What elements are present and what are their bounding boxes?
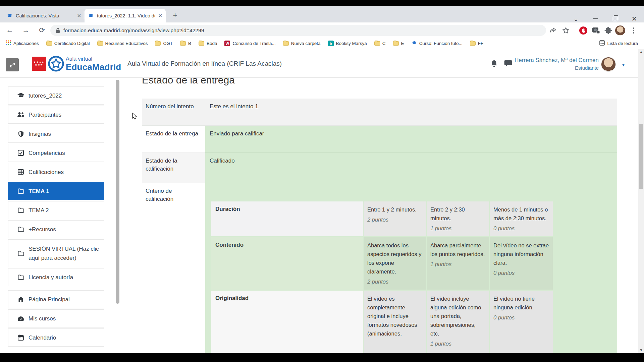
- rubric-level[interactable]: El vídeo incluye alguna edición como una…: [427, 291, 489, 353]
- scroll-down-arrow-icon[interactable]: ▼: [638, 348, 644, 353]
- row-value: Enviado para calificar: [205, 126, 617, 153]
- folder-icon: [155, 41, 161, 46]
- grades-table-icon: [17, 169, 24, 175]
- bookmark-folder[interactable]: Boda: [197, 40, 219, 47]
- scroll-up-arrow-icon[interactable]: ▲: [638, 49, 644, 55]
- url-text: formacion.educa.madrid.org/mod/assign/vi…: [63, 27, 204, 34]
- bookmark-concurso[interactable]: WConcurso de Trasla...: [222, 40, 277, 47]
- bookmark-star-icon[interactable]: [560, 25, 572, 36]
- drawer-scrollbar[interactable]: [116, 80, 119, 304]
- sidebar-group-gap: [8, 287, 104, 290]
- sidebar-item-tema-1[interactable]: TEMA 1: [8, 182, 104, 200]
- rubric-level[interactable]: El vídeo no tiene ninguna edición. 0 pun…: [490, 291, 553, 353]
- educamadrid-emblem-icon[interactable]: [48, 56, 64, 73]
- rubric-level[interactable]: Abarca parcialmente los puntos requerido…: [427, 237, 489, 290]
- sidebar-item-course[interactable]: tutores_2022: [8, 86, 104, 105]
- bookmark-folder[interactable]: FF: [468, 40, 486, 47]
- sidebar-item-recursos[interactable]: +Recursos: [8, 220, 104, 238]
- bookmark-label: Boda: [207, 41, 217, 46]
- bookmark-folder[interactable]: Certificado Digital: [44, 40, 92, 47]
- sidebar-item-label: Página Principal: [29, 296, 70, 303]
- sidebar-item-sesion-virtual[interactable]: SESIÓN VIRTUAL (Haz clic aquí para acced…: [8, 239, 104, 267]
- screen: Calificaciones: Vista ✕ tutores_2022: 1.…: [0, 0, 644, 362]
- sidebar-item-licencia[interactable]: Licencia y autoría: [8, 268, 104, 286]
- reload-icon[interactable]: ⟳: [36, 24, 48, 36]
- sidebar-item-tema-2[interactable]: TEMA 2: [8, 201, 104, 219]
- rubric-level[interactable]: El vídeo es completamente original e inc…: [364, 291, 426, 353]
- rubric-level[interactable]: Menos de 1 minutos o más de 2:30 minutos…: [490, 201, 553, 236]
- folder-icon: [46, 41, 52, 46]
- tab-close-icon[interactable]: ✕: [158, 13, 162, 19]
- user-menu-caret-icon[interactable]: ▼: [622, 63, 625, 67]
- bookmark-booksy[interactable]: bBooksy Marsya: [326, 40, 369, 47]
- browser-menu-kebab-icon[interactable]: [628, 25, 639, 36]
- user-menu[interactable]: Herrera Sánchez, Mª del Carmen Estudiant…: [515, 57, 599, 71]
- user-role: Estudiante: [515, 65, 599, 71]
- bookmark-apps[interactable]: Aplicaciones: [4, 39, 41, 48]
- bookmark-folder[interactable]: E: [391, 40, 406, 47]
- folder-icon: [17, 227, 24, 232]
- sidebar-item-mis-cursos[interactable]: Mis cursos: [8, 309, 104, 327]
- adblock-extension-icon[interactable]: [578, 25, 589, 36]
- bookmark-folder[interactable]: Nueva carpeta: [281, 40, 323, 47]
- sidebar-item-insignias[interactable]: Insignias: [8, 125, 104, 143]
- sidebar-item-calendario[interactable]: Calendario: [8, 328, 104, 347]
- bookmark-folder[interactable]: CGT: [153, 40, 175, 47]
- rubric-level-text: El vídeo es completamente original e inc…: [367, 294, 422, 338]
- bookmark-curso[interactable]: Curso: Función tuto...: [410, 39, 465, 48]
- rubric-criterion-name: Contenido: [211, 237, 363, 290]
- rubric-level-points: 0 puntos: [493, 268, 549, 277]
- tab-strip: Calificaciones: Vista ✕ tutores_2022: 1.…: [0, 6, 644, 22]
- sidebar-item-calificaciones[interactable]: Calificaciones: [8, 163, 104, 181]
- user-avatar[interactable]: [601, 57, 616, 72]
- row-value: Duración Entre 1 y 2 minutos. 2 puntos E…: [205, 183, 617, 353]
- scrollbar-thumb[interactable]: [639, 124, 643, 189]
- messages-icon[interactable]: [504, 60, 512, 69]
- sidebar-item-participantes[interactable]: Participantes: [8, 106, 104, 124]
- rubric-level[interactable]: Abarca todos los aspectos requeridos y l…: [364, 237, 426, 290]
- forward-icon[interactable]: →: [20, 24, 32, 36]
- sidebar-item-label: TEMA 1: [29, 187, 49, 195]
- bookmark-folder[interactable]: B: [178, 40, 193, 47]
- educamadrid-logo-text[interactable]: Aula virtual EducaMadrid: [66, 56, 121, 72]
- reading-list-button[interactable]: Lista de lectura: [597, 39, 640, 48]
- sidebar-item-pagina-principal[interactable]: Página Principal: [8, 290, 104, 308]
- users-icon: [17, 112, 24, 118]
- folder-icon: [180, 41, 186, 46]
- sidebar-item-competencias[interactable]: Competencias: [8, 144, 104, 162]
- madrid-flag-logo[interactable]: ★★★★ ★★★: [32, 57, 46, 71]
- moodle-favicon-icon: [412, 40, 417, 47]
- bookmark-label: C: [382, 41, 386, 46]
- bookmarks-bar: Aplicaciones Certificado Digital Recurso…: [0, 38, 644, 49]
- course-nav-drawer: tutores_2022 Participantes Insignias Com…: [8, 86, 104, 348]
- rubric-level-text: Entre 1 y 2 minutos.: [367, 205, 422, 214]
- notifications-bell-icon[interactable]: [490, 59, 498, 69]
- browser-profile-avatar[interactable]: [614, 25, 626, 36]
- folder-icon: [17, 251, 24, 256]
- screen-capture-extension-icon[interactable]: [590, 25, 602, 36]
- bookmark-label: Aplicaciones: [13, 41, 39, 46]
- folder-icon: [17, 275, 24, 280]
- apps-grid-icon: [6, 40, 11, 47]
- new-tab-button[interactable]: +: [170, 11, 180, 20]
- share-icon[interactable]: [547, 25, 559, 36]
- site-title: Aula Virtual de Formación en línea (CRIF…: [127, 60, 282, 67]
- tab-tutores-2022[interactable]: tutores_2022: 1.1. Vídeo de prese ✕: [85, 9, 166, 22]
- reading-list-label: Lista de lectura: [607, 41, 638, 46]
- tab-close-icon[interactable]: ✕: [77, 13, 81, 19]
- fullscreen-toggle-button[interactable]: [6, 58, 19, 71]
- bookmark-folder[interactable]: Recursos Educativos: [95, 40, 150, 47]
- tab-calificaciones[interactable]: Calificaciones: Vista ✕: [3, 9, 85, 22]
- extensions-puzzle-icon[interactable]: [602, 25, 614, 36]
- folder-icon: [470, 41, 476, 46]
- rubric-level[interactable]: Del vídeo no se extrae ninguna informaci…: [490, 237, 553, 290]
- rubric-level[interactable]: Entre 2 y 2:30 minutos. 1 puntos: [427, 201, 489, 236]
- bookmark-label: FF: [478, 41, 484, 46]
- rubric-level[interactable]: Entre 1 y 2 minutos. 2 puntos: [364, 201, 426, 236]
- table-row-grading-criteria: Criterio de calificación Duración Entre …: [142, 183, 617, 353]
- back-icon[interactable]: ←: [4, 24, 15, 36]
- bookmark-folder[interactable]: C: [372, 40, 388, 47]
- folder-icon: [97, 41, 103, 46]
- url-bar[interactable]: formacion.educa.madrid.org/mod/assign/vi…: [50, 25, 546, 36]
- page-scrollbar[interactable]: ▲ ▼: [638, 49, 644, 353]
